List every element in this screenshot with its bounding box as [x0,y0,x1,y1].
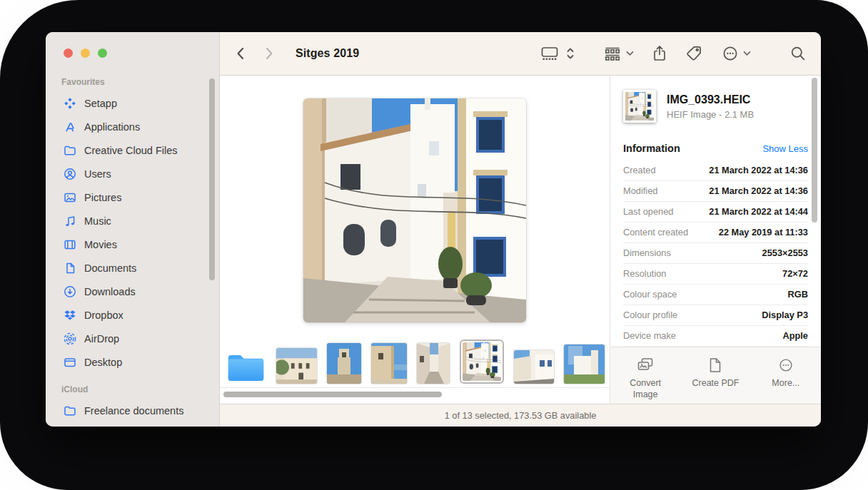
preview-area [220,76,610,340]
music-note-icon [62,215,78,228]
setapp-icon [62,97,78,110]
sidebar: Favourites Setapp Applications Creative … [46,32,220,427]
preview-image[interactable] [303,98,526,322]
sidebar-item-pictures[interactable]: Pictures [59,185,212,209]
more-actions-button[interactable] [722,45,751,62]
sidebar-item-movies[interactable]: Movies [59,233,212,256]
search-icon [789,45,807,62]
information-heading: Information [623,143,680,154]
finder-window: Favourites Setapp Applications Creative … [46,32,821,427]
convert-image-button[interactable]: Convert Image [610,347,680,404]
thumbnail-photo[interactable] [514,350,554,384]
info-panel-scrollbar[interactable] [812,78,817,223]
sidebar-item-airdrop[interactable]: AirDrop [59,327,212,350]
thumbnail-photo[interactable] [564,344,605,384]
thumbnail-photo[interactable] [276,348,317,384]
sidebar-item-label: Pictures [84,192,121,203]
sidebar-item-label: Setapp [84,98,117,109]
group-by-button[interactable] [603,45,634,62]
search-button[interactable] [789,45,807,62]
back-button[interactable] [236,46,246,61]
sidebar-item-label: Creative Cloud Files [84,145,178,156]
thumbnail-strip [220,340,610,387]
sidebar-section-icloud: iCloud [61,384,212,394]
thumbnail-photo[interactable] [327,343,361,384]
chevron-right-icon [264,46,274,61]
sort-updown-icon [566,46,575,61]
minimise-window-button[interactable] [81,49,90,58]
status-bar: 1 of 13 selected, 173.53 GB available [220,404,821,427]
sidebar-item-downloads[interactable]: Downloads [59,280,212,303]
thumbnail-selected[interactable] [460,340,504,384]
horizontal-scrollbar[interactable] [223,392,442,397]
more-button[interactable]: More... [751,347,821,404]
traffic-lights [46,32,219,58]
sidebar-item-label: Desktop [84,357,122,368]
metadata-row: Colour spaceRGB [623,285,808,305]
blue-folder-icon [226,351,266,384]
applications-icon [62,121,78,133]
thumbnail-photo[interactable] [417,343,450,384]
file-thumbnail [623,90,656,123]
sidebar-item-applications[interactable]: Applications [59,115,212,138]
metadata-row: Modified21 March 2022 at 14:36 [623,181,808,202]
close-window-button[interactable] [64,49,73,58]
desktop-icon [62,356,78,369]
airdrop-icon [62,332,78,345]
sidebar-item-label: Freelance documents [84,405,183,417]
metadata-rows: Created21 March 2022 at 14:36 Modified21… [610,160,821,347]
tag-button[interactable] [685,45,703,63]
movies-icon [62,238,78,251]
convert-image-icon [637,357,654,373]
folder-icon [62,404,78,417]
sidebar-scrollbar[interactable] [209,78,215,280]
info-panel: IMG_0393.HEIC HEIF Image - 2.1 MB Inform… [610,76,821,404]
user-circle-icon [62,168,78,180]
thumbnail-photo[interactable] [371,343,407,384]
sidebar-item-label: Movies [84,239,117,250]
sidebar-item-label: Users [84,168,111,180]
horizontal-scroll-area [220,387,610,404]
sidebar-item-setapp[interactable]: Setapp [59,91,212,115]
chevron-down-icon [743,51,751,56]
thumbnail-photo-selected [463,342,501,381]
status-text: 1 of 13 selected, 173.53 GB available [445,410,597,421]
sidebar-item-desktop[interactable]: Desktop [59,350,212,374]
file-name: IMG_0393.HEIC [667,93,754,106]
show-less-link[interactable]: Show Less [762,143,808,154]
chevron-down-icon [626,51,634,56]
sidebar-item-documents[interactable]: Documents [59,256,212,280]
metadata-row: Dimensions2553×2553 [623,243,808,264]
sidebar-item-creative-cloud-files[interactable]: Creative Cloud Files [59,138,212,162]
sidebar-item-music[interactable]: Music [59,209,212,233]
tag-icon [685,45,703,63]
sidebar-item-label: Documents [84,262,136,274]
sidebar-item-label: AirDrop [84,333,119,344]
sidebar-item-label: Applications [84,121,140,133]
gallery-view [220,76,610,404]
quick-actions: Convert Image Create PDF More... [610,347,821,404]
share-icon [651,44,668,63]
group-icon [603,45,622,62]
sidebar-item-users[interactable]: Users [59,162,212,185]
metadata-row: Resolution72×72 [623,264,808,285]
create-pdf-button[interactable]: Create PDF [680,347,750,404]
more-ellipsis-icon [778,357,794,373]
share-button[interactable] [651,44,668,63]
sidebar-section-favourites: Favourites [61,77,212,87]
dropbox-icon [62,309,78,322]
thumbnail-folder[interactable] [226,351,266,384]
sidebar-item-label: Music [84,215,111,227]
view-switcher-button[interactable] [541,45,575,62]
sidebar-item-dropbox[interactable]: Dropbox [59,303,212,327]
document-icon [62,262,78,275]
gallery-view-icon [541,45,560,62]
metadata-row: Created21 March 2022 at 14:36 [623,160,808,181]
zoom-window-button[interactable] [98,49,107,58]
forward-button[interactable] [264,46,274,61]
sidebar-item-freelance-documents[interactable]: Freelance documents [59,399,212,422]
window-title: Sitges 2019 [296,47,359,60]
metadata-row: Colour profileDisplay P3 [623,305,808,326]
file-kind-size: HEIF Image - 2.1 MB [667,109,754,120]
toolbar: Sitges 2019 [220,32,821,76]
